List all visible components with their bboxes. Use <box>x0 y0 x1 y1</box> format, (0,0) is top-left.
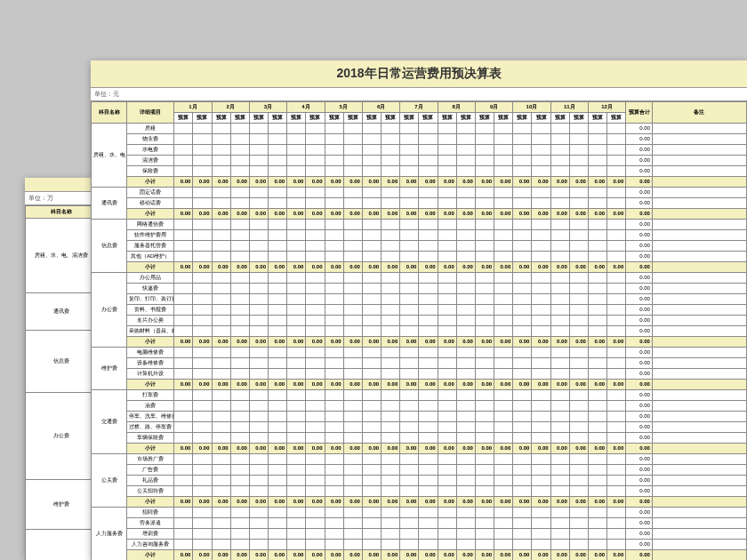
value-cell <box>475 316 494 326</box>
subtotal-cell: 0.00 <box>456 262 475 273</box>
value-cell <box>174 412 193 422</box>
subtotal-cell: 0.00 <box>569 262 588 273</box>
value-cell <box>607 145 626 156</box>
value-cell <box>550 241 569 252</box>
subtotal-cell: 0.00 <box>438 177 456 188</box>
value-cell <box>193 241 212 252</box>
value-cell <box>569 145 588 156</box>
subtotal-cell: 0.00 <box>287 444 306 454</box>
subtotal-cell: 0.00 <box>306 209 325 220</box>
subtotal-cell: 0.00 <box>494 444 513 454</box>
value-cell <box>382 465 400 476</box>
col-month: 8月 <box>438 102 475 113</box>
value-cell <box>419 284 438 294</box>
value-cell <box>306 316 325 326</box>
value-cell <box>212 401 230 412</box>
col-sub: 预算 <box>193 113 212 124</box>
row-total: 0.00 <box>626 188 653 198</box>
value-cell <box>212 412 230 422</box>
table-row: 名片办公类0.00 <box>92 316 747 326</box>
value-cell <box>212 390 230 401</box>
value-cell <box>494 134 513 145</box>
value-cell <box>438 348 456 358</box>
value-cell <box>174 508 193 518</box>
value-cell <box>438 369 456 380</box>
value-cell <box>475 134 494 145</box>
value-cell <box>249 156 268 166</box>
subtotal-cell: 0.00 <box>550 209 569 220</box>
value-cell <box>400 294 419 305</box>
table-row: 水电费0.00 <box>92 145 747 156</box>
subtotal-cell: 0.00 <box>550 262 569 273</box>
value-cell <box>249 369 268 380</box>
value-cell <box>306 241 325 252</box>
value-cell <box>438 156 456 166</box>
value-cell <box>532 454 550 465</box>
value-cell <box>343 134 362 145</box>
col-sub: 预算 <box>269 113 287 124</box>
value-cell <box>607 412 626 422</box>
value-cell <box>494 348 513 358</box>
value-cell <box>400 358 419 369</box>
value-cell <box>269 518 287 529</box>
value-cell <box>419 508 438 518</box>
value-cell <box>362 433 381 444</box>
value-cell <box>400 369 419 380</box>
value-cell <box>249 316 268 326</box>
subtotal-cell: 0.00 <box>249 497 268 508</box>
value-cell <box>325 198 343 209</box>
value-cell <box>287 230 306 241</box>
value-cell <box>325 412 343 422</box>
value-cell <box>550 188 569 198</box>
row-total: 0.00 <box>626 145 653 156</box>
subtotal-cell: 0.00 <box>362 444 381 454</box>
subtotal-cell: 0.00 <box>456 209 475 220</box>
subtotal-cell: 0.00 <box>362 262 381 273</box>
value-cell <box>212 358 230 369</box>
table-row: 礼品费0.00 <box>92 476 747 486</box>
value-cell <box>343 145 362 156</box>
value-cell <box>249 454 268 465</box>
value-cell <box>287 305 306 316</box>
value-cell <box>343 422 362 433</box>
value-cell <box>607 529 626 540</box>
col-sub: 预算 <box>569 113 588 124</box>
value-cell <box>362 198 381 209</box>
value-cell <box>513 252 532 262</box>
value-cell <box>249 252 268 262</box>
value-cell <box>287 124 306 134</box>
value-cell <box>419 465 438 476</box>
value-cell <box>569 422 588 433</box>
value-cell <box>249 326 268 337</box>
subtotal-cell: 0.00 <box>249 380 268 390</box>
value-cell <box>193 145 212 156</box>
document-title: 2018年日常运营费用预决算表 <box>91 66 747 82</box>
value-cell <box>269 326 287 337</box>
value-cell <box>343 326 362 337</box>
detail-cell: 礼品费 <box>127 476 174 486</box>
value-cell <box>382 134 400 145</box>
value-cell <box>456 433 475 444</box>
value-cell <box>249 433 268 444</box>
subtotal-cell: 0.00 <box>438 262 456 273</box>
table-row: 停车、洗车、维修费0.00 <box>92 412 747 422</box>
remark-cell <box>652 262 746 273</box>
value-cell <box>569 433 588 444</box>
value-cell <box>419 145 438 156</box>
category-cell: 办公费 <box>26 393 98 480</box>
value-cell <box>343 230 362 241</box>
value-cell <box>362 124 381 134</box>
value-cell <box>287 241 306 252</box>
value-cell <box>343 124 362 134</box>
value-cell <box>400 390 419 401</box>
value-cell <box>343 316 362 326</box>
value-cell <box>569 166 588 177</box>
value-cell <box>513 294 532 305</box>
value-cell <box>438 412 456 422</box>
value-cell <box>475 422 494 433</box>
subtotal-cell: 0.00 <box>343 380 362 390</box>
value-cell <box>287 294 306 305</box>
value-cell <box>306 358 325 369</box>
value-cell <box>382 369 400 380</box>
value-cell <box>249 124 268 134</box>
